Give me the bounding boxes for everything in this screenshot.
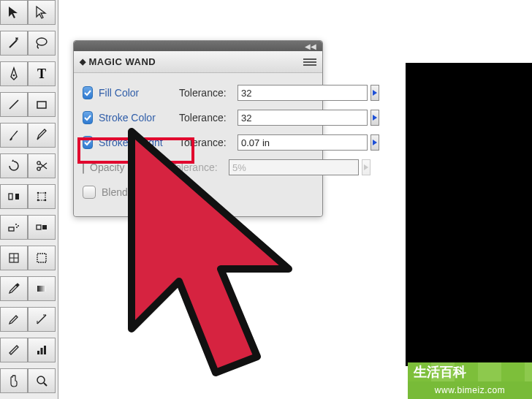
reflect-tool[interactable]	[0, 184, 28, 209]
canvas-area	[406, 63, 532, 366]
svg-point-10	[45, 192, 47, 194]
svg-point-4	[37, 162, 40, 164]
panel-title-wrap: ◆ MAGIC WAND	[80, 56, 156, 67]
svg-rect-6	[9, 194, 12, 200]
svg-point-11	[37, 200, 39, 202]
svg-rect-23	[15, 283, 20, 287]
svg-line-25	[37, 315, 46, 324]
svg-rect-7	[15, 194, 19, 200]
svg-point-14	[15, 224, 17, 225]
selection-tool[interactable]	[0, 0, 28, 25]
eyedropper2-tool[interactable]	[0, 307, 28, 332]
panel-header: ◆ MAGIC WAND	[74, 51, 322, 73]
tolerance-label-stroke-color: Tolerance:	[179, 112, 238, 123]
svg-rect-30	[44, 346, 46, 354]
tolerance-label-stroke-weight: Tolerance:	[179, 137, 238, 148]
label-opacity: Opacity	[90, 162, 170, 173]
svg-rect-28	[37, 351, 39, 354]
svg-rect-3	[37, 102, 46, 108]
label-fill-color: Fill Color	[99, 87, 179, 99]
svg-point-15	[18, 225, 19, 227]
row-fill-color: Fill Color Tolerance:	[83, 80, 314, 105]
collapse-icon: ◀◀	[305, 42, 316, 50]
svg-rect-18	[42, 225, 47, 229]
tolerance-input-fill[interactable]	[238, 85, 368, 101]
magic-wand-tool[interactable]	[0, 31, 28, 56]
row-stroke-color: Stroke Color Tolerance:	[83, 105, 314, 130]
svg-line-2	[10, 100, 18, 109]
row-stroke-weight: Stroke Weight Tolerance:	[83, 130, 314, 155]
svg-point-12	[45, 200, 47, 202]
slider-flyout-stroke-color[interactable]	[370, 110, 379, 126]
slider-flyout-fill[interactable]	[370, 85, 379, 101]
svg-point-0	[37, 38, 47, 45]
tolerance-input-opacity	[229, 159, 359, 175]
pencil-tool[interactable]	[28, 123, 56, 148]
watermark-url: www.bimeiz.com	[408, 381, 532, 399]
watermark-url-text: www.bimeiz.com	[435, 385, 505, 395]
svg-rect-22	[37, 254, 46, 262]
slider-flyout-stroke-weight[interactable]	[370, 134, 379, 151]
line-tool[interactable]	[0, 92, 28, 117]
svg-rect-17	[37, 225, 41, 229]
svg-rect-29	[41, 348, 43, 354]
checkbox-stroke-weight[interactable]	[83, 136, 93, 149]
magic-wand-panel: ◀◀ ◆ MAGIC WAND Fill Color Tolerance: St…	[73, 40, 323, 217]
zoom-tool[interactable]	[28, 368, 56, 393]
graph-tool[interactable]	[28, 338, 56, 362]
direct-selection-tool[interactable]	[28, 0, 56, 25]
label-blending-mode: Blending Mode	[102, 186, 182, 198]
lasso-tool[interactable]	[28, 31, 56, 56]
gradient-tool[interactable]	[28, 276, 56, 301]
svg-point-31	[37, 376, 45, 384]
tolerance-label-fill: Tolerance:	[179, 87, 238, 99]
svg-line-32	[44, 383, 47, 386]
free-transform-tool[interactable]	[28, 184, 56, 209]
svg-rect-8	[38, 193, 45, 200]
blend-tool[interactable]	[28, 215, 56, 240]
artboard-tool[interactable]	[28, 246, 56, 270]
type-tool[interactable]: T	[28, 61, 56, 86]
row-blending-mode: Blending Mode	[83, 180, 314, 205]
svg-point-1	[13, 75, 15, 77]
svg-rect-24	[37, 286, 46, 292]
checkbox-opacity[interactable]	[83, 161, 84, 174]
tolerance-input-stroke-weight[interactable]	[238, 134, 368, 151]
hand-tool[interactable]	[0, 368, 28, 393]
eyedropper-tool[interactable]	[0, 276, 28, 301]
checkbox-stroke-color[interactable]	[83, 111, 93, 124]
paintbrush-tool[interactable]	[0, 123, 28, 148]
panel-collapse-bar[interactable]: ◀◀	[74, 41, 322, 51]
row-opacity: Opacity Tolerance:	[83, 155, 314, 180]
watermark-badge: 生活百科	[408, 362, 532, 381]
tolerance-label-opacity: Tolerance:	[170, 162, 229, 173]
expand-icon: ◆	[80, 57, 86, 66]
measure-tool[interactable]	[28, 307, 56, 332]
rotate-tool[interactable]	[0, 153, 28, 178]
svg-point-5	[37, 167, 40, 170]
scissors-tool[interactable]	[28, 153, 56, 178]
panel-body: Fill Color Tolerance: Stroke Color Toler…	[74, 73, 322, 216]
tool-palette: T	[0, 0, 58, 399]
rectangle-tool[interactable]	[28, 92, 56, 117]
panel-title: MAGIC WAND	[89, 56, 156, 67]
checkbox-fill-color[interactable]	[83, 86, 93, 99]
checkbox-blending-mode[interactable]	[83, 186, 96, 199]
panel-menu-icon[interactable]	[303, 57, 316, 67]
label-stroke-weight: Stroke Weight	[99, 137, 179, 148]
tolerance-input-stroke-color[interactable]	[238, 110, 368, 126]
watermark-text: 生活百科	[414, 363, 466, 381]
svg-rect-13	[9, 227, 14, 231]
label-stroke-color: Stroke Color	[99, 112, 179, 123]
mesh-tool[interactable]	[0, 246, 28, 270]
slice-tool[interactable]	[0, 338, 28, 362]
slider-flyout-opacity	[362, 159, 370, 175]
symbol-sprayer-tool[interactable]	[0, 215, 28, 240]
svg-point-9	[37, 192, 39, 194]
svg-point-16	[16, 227, 18, 228]
pen-tool[interactable]	[0, 61, 28, 86]
